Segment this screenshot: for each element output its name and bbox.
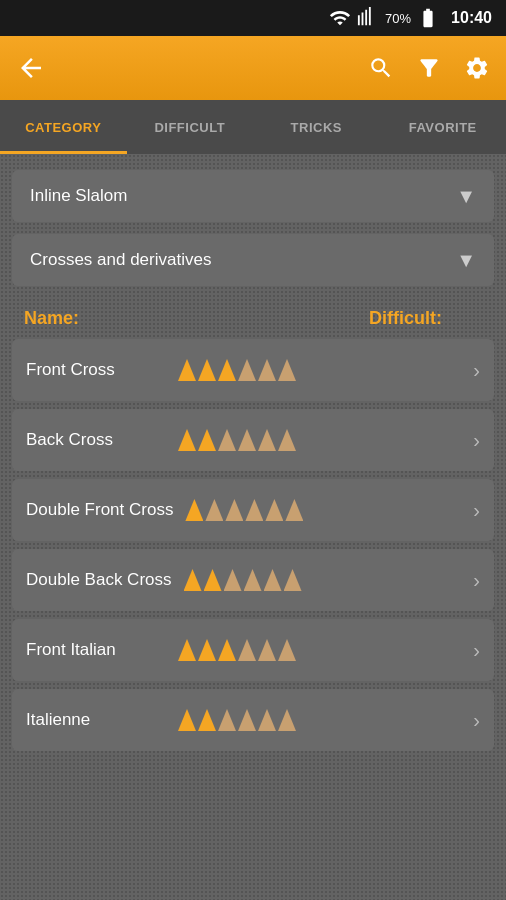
cone-6 bbox=[284, 569, 302, 591]
cone-1 bbox=[185, 499, 203, 521]
settings-button[interactable] bbox=[464, 55, 490, 81]
cone-2 bbox=[198, 709, 216, 731]
chevron-right-icon: › bbox=[473, 359, 480, 382]
difficulty-cones bbox=[178, 359, 296, 381]
wifi-icon bbox=[329, 7, 351, 29]
status-time: 10:40 bbox=[451, 9, 492, 27]
trick-row-back-cross[interactable]: Back Cross › bbox=[12, 409, 494, 471]
status-bar: 70% 10:40 bbox=[0, 0, 506, 36]
cone-2 bbox=[198, 429, 216, 451]
cone-4 bbox=[238, 709, 256, 731]
chevron-right-icon: › bbox=[473, 569, 480, 592]
cone-5 bbox=[258, 359, 276, 381]
cone-6 bbox=[285, 499, 303, 521]
cone-4 bbox=[238, 429, 256, 451]
cone-3 bbox=[218, 639, 236, 661]
difficulty-cones bbox=[178, 429, 296, 451]
cone-1 bbox=[178, 359, 196, 381]
tabs-bar: CATEGORY DIFFICULT TRICKS FAVORITE bbox=[0, 100, 506, 154]
trick-name: Front Cross bbox=[26, 360, 166, 380]
category-dropdown[interactable]: Crosses and derivatives ▼ bbox=[12, 234, 494, 286]
chevron-right-icon: › bbox=[473, 709, 480, 732]
cone-3 bbox=[218, 709, 236, 731]
tab-category[interactable]: CATEGORY bbox=[0, 100, 127, 154]
toolbar bbox=[0, 36, 506, 100]
cone-4 bbox=[245, 499, 263, 521]
back-button[interactable] bbox=[16, 53, 46, 83]
cone-1 bbox=[178, 709, 196, 731]
trick-name: Italienne bbox=[26, 710, 166, 730]
tab-difficult[interactable]: DIFFICULT bbox=[127, 100, 254, 154]
sport-dropdown[interactable]: Inline Slalom ▼ bbox=[12, 170, 494, 222]
tab-tricks[interactable]: TRICKS bbox=[253, 100, 380, 154]
cone-3 bbox=[224, 569, 242, 591]
difficulty-cones bbox=[178, 709, 296, 731]
name-label: Name: bbox=[24, 308, 79, 329]
battery-text: 70% bbox=[385, 11, 411, 26]
cone-5 bbox=[265, 499, 283, 521]
trick-row-italienne[interactable]: Italienne › bbox=[12, 689, 494, 751]
cone-5 bbox=[264, 569, 282, 591]
cone-3 bbox=[218, 359, 236, 381]
cone-3 bbox=[225, 499, 243, 521]
filter-icon bbox=[416, 55, 442, 81]
filter-button[interactable] bbox=[416, 55, 442, 81]
difficult-label: Difficult: bbox=[369, 308, 442, 329]
trick-name: Double Front Cross bbox=[26, 500, 173, 520]
trick-name: Double Back Cross bbox=[26, 570, 172, 590]
tab-favorite[interactable]: FAVORITE bbox=[380, 100, 507, 154]
cone-6 bbox=[278, 639, 296, 661]
cone-1 bbox=[184, 569, 202, 591]
cone-1 bbox=[178, 429, 196, 451]
cone-3 bbox=[218, 429, 236, 451]
signal-icon bbox=[357, 7, 379, 29]
trick-row-front-cross[interactable]: Front Cross › bbox=[12, 339, 494, 401]
cone-5 bbox=[258, 429, 276, 451]
cone-6 bbox=[278, 709, 296, 731]
cone-4 bbox=[238, 359, 256, 381]
difficulty-cones bbox=[185, 499, 303, 521]
column-labels: Name: Difficult: bbox=[12, 298, 494, 339]
cone-2 bbox=[198, 359, 216, 381]
main-content: Inline Slalom ▼ Crosses and derivatives … bbox=[0, 154, 506, 900]
trick-name: Back Cross bbox=[26, 430, 166, 450]
category-dropdown-value: Crosses and derivatives bbox=[30, 250, 211, 270]
battery-icon bbox=[417, 7, 439, 29]
gear-icon bbox=[464, 55, 490, 81]
cone-2 bbox=[204, 569, 222, 591]
cone-2 bbox=[198, 639, 216, 661]
search-icon bbox=[368, 55, 394, 81]
trick-row-front-italian[interactable]: Front Italian › bbox=[12, 619, 494, 681]
cone-6 bbox=[278, 429, 296, 451]
cone-6 bbox=[278, 359, 296, 381]
chevron-right-icon: › bbox=[473, 639, 480, 662]
cone-1 bbox=[178, 639, 196, 661]
sport-dropdown-arrow-icon: ▼ bbox=[456, 185, 476, 208]
chevron-right-icon: › bbox=[473, 429, 480, 452]
search-button[interactable] bbox=[368, 55, 394, 81]
sport-dropdown-value: Inline Slalom bbox=[30, 186, 127, 206]
difficulty-cones bbox=[184, 569, 302, 591]
cone-5 bbox=[258, 709, 276, 731]
cone-2 bbox=[205, 499, 223, 521]
cone-4 bbox=[238, 639, 256, 661]
trick-row-double-back-cross[interactable]: Double Back Cross › bbox=[12, 549, 494, 611]
category-dropdown-arrow-icon: ▼ bbox=[456, 249, 476, 272]
trick-row-double-front-cross[interactable]: Double Front Cross › bbox=[12, 479, 494, 541]
back-arrow-icon bbox=[16, 53, 46, 83]
chevron-right-icon: › bbox=[473, 499, 480, 522]
cone-5 bbox=[258, 639, 276, 661]
cone-4 bbox=[244, 569, 262, 591]
trick-name: Front Italian bbox=[26, 640, 166, 660]
difficulty-cones bbox=[178, 639, 296, 661]
